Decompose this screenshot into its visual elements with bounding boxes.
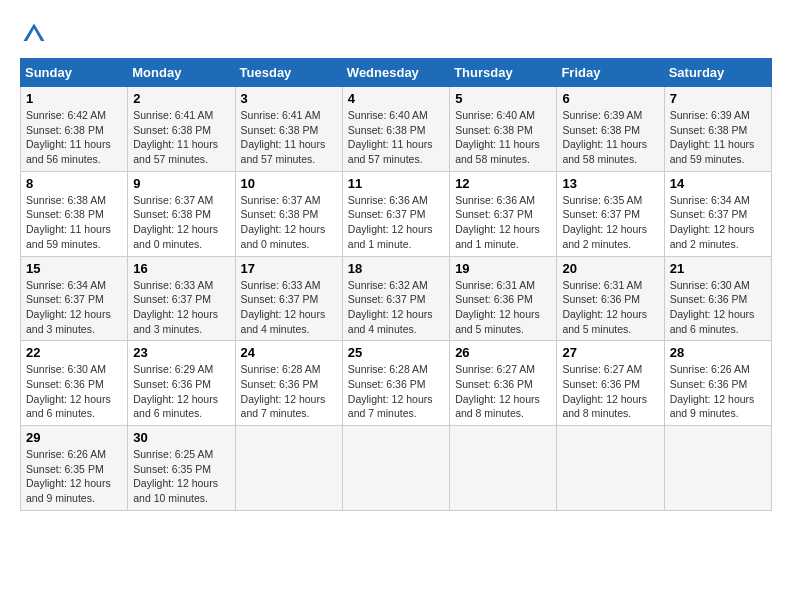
day-detail: Sunrise: 6:25 AM Sunset: 6:35 PM Dayligh…	[133, 447, 229, 506]
day-number: 20	[562, 261, 658, 276]
day-number: 9	[133, 176, 229, 191]
calendar-week-row: 22Sunrise: 6:30 AM Sunset: 6:36 PM Dayli…	[21, 341, 772, 426]
day-number: 15	[26, 261, 122, 276]
calendar-cell: 14Sunrise: 6:34 AM Sunset: 6:37 PM Dayli…	[664, 171, 771, 256]
calendar-cell: 6Sunrise: 6:39 AM Sunset: 6:38 PM Daylig…	[557, 87, 664, 172]
day-detail: Sunrise: 6:39 AM Sunset: 6:38 PM Dayligh…	[562, 108, 658, 167]
calendar-cell: 13Sunrise: 6:35 AM Sunset: 6:37 PM Dayli…	[557, 171, 664, 256]
day-detail: Sunrise: 6:26 AM Sunset: 6:35 PM Dayligh…	[26, 447, 122, 506]
calendar-week-row: 8Sunrise: 6:38 AM Sunset: 6:38 PM Daylig…	[21, 171, 772, 256]
calendar-cell: 4Sunrise: 6:40 AM Sunset: 6:38 PM Daylig…	[342, 87, 449, 172]
calendar-cell: 9Sunrise: 6:37 AM Sunset: 6:38 PM Daylig…	[128, 171, 235, 256]
day-detail: Sunrise: 6:35 AM Sunset: 6:37 PM Dayligh…	[562, 193, 658, 252]
calendar-cell	[342, 426, 449, 511]
day-number: 10	[241, 176, 337, 191]
calendar-cell: 23Sunrise: 6:29 AM Sunset: 6:36 PM Dayli…	[128, 341, 235, 426]
day-number: 13	[562, 176, 658, 191]
calendar-cell: 1Sunrise: 6:42 AM Sunset: 6:38 PM Daylig…	[21, 87, 128, 172]
calendar-cell	[235, 426, 342, 511]
day-number: 29	[26, 430, 122, 445]
day-detail: Sunrise: 6:29 AM Sunset: 6:36 PM Dayligh…	[133, 362, 229, 421]
calendar-cell: 12Sunrise: 6:36 AM Sunset: 6:37 PM Dayli…	[450, 171, 557, 256]
day-detail: Sunrise: 6:36 AM Sunset: 6:37 PM Dayligh…	[348, 193, 444, 252]
calendar-cell: 26Sunrise: 6:27 AM Sunset: 6:36 PM Dayli…	[450, 341, 557, 426]
day-detail: Sunrise: 6:34 AM Sunset: 6:37 PM Dayligh…	[670, 193, 766, 252]
calendar-cell: 24Sunrise: 6:28 AM Sunset: 6:36 PM Dayli…	[235, 341, 342, 426]
day-number: 18	[348, 261, 444, 276]
day-detail: Sunrise: 6:28 AM Sunset: 6:36 PM Dayligh…	[348, 362, 444, 421]
day-detail: Sunrise: 6:33 AM Sunset: 6:37 PM Dayligh…	[241, 278, 337, 337]
day-number: 22	[26, 345, 122, 360]
day-number: 26	[455, 345, 551, 360]
day-detail: Sunrise: 6:40 AM Sunset: 6:38 PM Dayligh…	[455, 108, 551, 167]
day-number: 28	[670, 345, 766, 360]
col-thursday: Thursday	[450, 59, 557, 87]
day-number: 24	[241, 345, 337, 360]
calendar-cell: 10Sunrise: 6:37 AM Sunset: 6:38 PM Dayli…	[235, 171, 342, 256]
day-number: 8	[26, 176, 122, 191]
col-monday: Monday	[128, 59, 235, 87]
calendar-cell	[557, 426, 664, 511]
calendar-table: Sunday Monday Tuesday Wednesday Thursday…	[20, 58, 772, 511]
day-detail: Sunrise: 6:32 AM Sunset: 6:37 PM Dayligh…	[348, 278, 444, 337]
day-detail: Sunrise: 6:41 AM Sunset: 6:38 PM Dayligh…	[241, 108, 337, 167]
day-number: 3	[241, 91, 337, 106]
calendar-cell: 21Sunrise: 6:30 AM Sunset: 6:36 PM Dayli…	[664, 256, 771, 341]
calendar-cell: 27Sunrise: 6:27 AM Sunset: 6:36 PM Dayli…	[557, 341, 664, 426]
day-number: 2	[133, 91, 229, 106]
day-detail: Sunrise: 6:31 AM Sunset: 6:36 PM Dayligh…	[455, 278, 551, 337]
day-detail: Sunrise: 6:30 AM Sunset: 6:36 PM Dayligh…	[26, 362, 122, 421]
col-sunday: Sunday	[21, 59, 128, 87]
day-number: 11	[348, 176, 444, 191]
calendar-cell: 29Sunrise: 6:26 AM Sunset: 6:35 PM Dayli…	[21, 426, 128, 511]
calendar-cell: 18Sunrise: 6:32 AM Sunset: 6:37 PM Dayli…	[342, 256, 449, 341]
calendar-week-row: 29Sunrise: 6:26 AM Sunset: 6:35 PM Dayli…	[21, 426, 772, 511]
day-detail: Sunrise: 6:28 AM Sunset: 6:36 PM Dayligh…	[241, 362, 337, 421]
calendar-cell	[450, 426, 557, 511]
calendar-cell: 19Sunrise: 6:31 AM Sunset: 6:36 PM Dayli…	[450, 256, 557, 341]
day-number: 27	[562, 345, 658, 360]
day-detail: Sunrise: 6:40 AM Sunset: 6:38 PM Dayligh…	[348, 108, 444, 167]
calendar-cell: 16Sunrise: 6:33 AM Sunset: 6:37 PM Dayli…	[128, 256, 235, 341]
day-number: 5	[455, 91, 551, 106]
calendar-cell: 7Sunrise: 6:39 AM Sunset: 6:38 PM Daylig…	[664, 87, 771, 172]
calendar-cell: 5Sunrise: 6:40 AM Sunset: 6:38 PM Daylig…	[450, 87, 557, 172]
calendar-cell: 28Sunrise: 6:26 AM Sunset: 6:36 PM Dayli…	[664, 341, 771, 426]
calendar-cell: 2Sunrise: 6:41 AM Sunset: 6:38 PM Daylig…	[128, 87, 235, 172]
day-detail: Sunrise: 6:31 AM Sunset: 6:36 PM Dayligh…	[562, 278, 658, 337]
day-number: 7	[670, 91, 766, 106]
calendar-cell: 17Sunrise: 6:33 AM Sunset: 6:37 PM Dayli…	[235, 256, 342, 341]
logo-icon	[20, 20, 48, 48]
day-detail: Sunrise: 6:27 AM Sunset: 6:36 PM Dayligh…	[562, 362, 658, 421]
day-detail: Sunrise: 6:38 AM Sunset: 6:38 PM Dayligh…	[26, 193, 122, 252]
calendar-cell: 8Sunrise: 6:38 AM Sunset: 6:38 PM Daylig…	[21, 171, 128, 256]
calendar-cell: 22Sunrise: 6:30 AM Sunset: 6:36 PM Dayli…	[21, 341, 128, 426]
calendar-cell: 25Sunrise: 6:28 AM Sunset: 6:36 PM Dayli…	[342, 341, 449, 426]
calendar-cell	[664, 426, 771, 511]
day-number: 17	[241, 261, 337, 276]
calendar-cell: 15Sunrise: 6:34 AM Sunset: 6:37 PM Dayli…	[21, 256, 128, 341]
calendar-cell: 20Sunrise: 6:31 AM Sunset: 6:36 PM Dayli…	[557, 256, 664, 341]
col-friday: Friday	[557, 59, 664, 87]
day-detail: Sunrise: 6:27 AM Sunset: 6:36 PM Dayligh…	[455, 362, 551, 421]
day-detail: Sunrise: 6:42 AM Sunset: 6:38 PM Dayligh…	[26, 108, 122, 167]
calendar-week-row: 15Sunrise: 6:34 AM Sunset: 6:37 PM Dayli…	[21, 256, 772, 341]
day-detail: Sunrise: 6:33 AM Sunset: 6:37 PM Dayligh…	[133, 278, 229, 337]
day-number: 30	[133, 430, 229, 445]
day-detail: Sunrise: 6:37 AM Sunset: 6:38 PM Dayligh…	[133, 193, 229, 252]
day-number: 12	[455, 176, 551, 191]
day-detail: Sunrise: 6:39 AM Sunset: 6:38 PM Dayligh…	[670, 108, 766, 167]
col-wednesday: Wednesday	[342, 59, 449, 87]
day-detail: Sunrise: 6:26 AM Sunset: 6:36 PM Dayligh…	[670, 362, 766, 421]
day-number: 19	[455, 261, 551, 276]
day-detail: Sunrise: 6:36 AM Sunset: 6:37 PM Dayligh…	[455, 193, 551, 252]
day-number: 6	[562, 91, 658, 106]
day-detail: Sunrise: 6:34 AM Sunset: 6:37 PM Dayligh…	[26, 278, 122, 337]
day-number: 16	[133, 261, 229, 276]
day-detail: Sunrise: 6:37 AM Sunset: 6:38 PM Dayligh…	[241, 193, 337, 252]
day-number: 1	[26, 91, 122, 106]
col-saturday: Saturday	[664, 59, 771, 87]
day-number: 4	[348, 91, 444, 106]
day-detail: Sunrise: 6:41 AM Sunset: 6:38 PM Dayligh…	[133, 108, 229, 167]
day-number: 21	[670, 261, 766, 276]
